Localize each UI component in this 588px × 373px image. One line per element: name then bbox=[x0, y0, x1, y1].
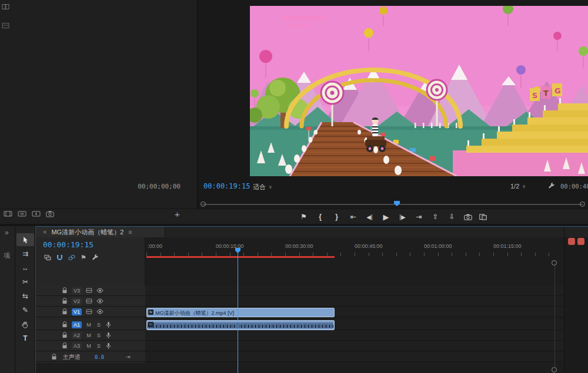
track-target-badge[interactable]: V1 bbox=[72, 308, 82, 315]
timeline-tab-title: MG清新小动画（蜡笔）2 bbox=[51, 228, 123, 237]
scrub-zoom-handle-right[interactable] bbox=[580, 201, 585, 207]
zoom-level-dropdown[interactable]: 适合 ∨ bbox=[253, 183, 272, 191]
mute-button[interactable]: M bbox=[86, 322, 92, 328]
program-timecode[interactable]: 00:00:19:15 bbox=[203, 182, 250, 190]
step-forward-icon[interactable]: |▶ bbox=[398, 214, 407, 220]
solo-button[interactable]: S bbox=[96, 343, 102, 349]
drag-audio-icon[interactable] bbox=[18, 210, 26, 217]
vertical-scroll-handle-top[interactable] bbox=[552, 260, 557, 266]
mute-button[interactable]: M bbox=[86, 343, 92, 349]
hand-tool[interactable] bbox=[16, 318, 34, 331]
track-target-badge[interactable]: A1 bbox=[72, 321, 82, 328]
sync-lock-icon[interactable] bbox=[86, 287, 92, 294]
vertical-scrollbar-track[interactable] bbox=[554, 266, 555, 367]
timeline-timecode[interactable]: 00:00:19:15 bbox=[43, 240, 93, 249]
timeline-settings-wrench-icon[interactable] bbox=[92, 254, 99, 261]
track-lane-v2[interactable] bbox=[145, 296, 564, 307]
scrub-zoom-handle-left[interactable] bbox=[201, 201, 206, 207]
snap-magnet-icon[interactable] bbox=[56, 254, 63, 261]
track-output-eye-icon[interactable] bbox=[96, 288, 103, 293]
timeline-playhead-line[interactable] bbox=[238, 253, 238, 373]
track-target-badge[interactable]: V3 bbox=[72, 287, 82, 294]
sync-lock-icon[interactable] bbox=[86, 298, 92, 304]
playback-resolution-dropdown[interactable]: 1/2 ∨ bbox=[510, 183, 526, 190]
track-lane-a3[interactable] bbox=[145, 341, 564, 351]
collapsed-panel-icon[interactable] bbox=[2, 22, 9, 29]
mark-in-icon[interactable]: { bbox=[316, 213, 325, 221]
audio-clip[interactable]: fx bbox=[146, 320, 335, 330]
timeline-ruler[interactable]: :00:00 00:00:15:00 00:00:30:00 00:00:45:… bbox=[145, 237, 564, 258]
track-lane-master[interactable] bbox=[145, 352, 564, 362]
export-frame-icon[interactable] bbox=[464, 214, 472, 220]
track-lane-v3[interactable] bbox=[145, 285, 564, 296]
comparison-view-icon[interactable] bbox=[479, 214, 487, 220]
track-row-v2: V2 bbox=[36, 296, 564, 307]
mute-button[interactable]: M bbox=[86, 332, 92, 338]
audio-waveform-dense bbox=[148, 325, 333, 328]
track-target-badge[interactable]: V2 bbox=[72, 298, 82, 305]
track-lane-a2[interactable] bbox=[145, 330, 564, 341]
collapsed-tab-project[interactable]: 项 bbox=[4, 251, 10, 260]
linked-selection-icon[interactable] bbox=[68, 254, 75, 261]
type-tool[interactable]: T bbox=[16, 332, 34, 345]
expand-panel-chevrons[interactable]: » bbox=[5, 228, 9, 237]
play-button[interactable]: ▶ bbox=[382, 213, 391, 221]
go-to-out-icon[interactable]: ⇥ bbox=[415, 213, 424, 221]
insert-icon[interactable] bbox=[32, 210, 41, 217]
audio-meter-peak bbox=[577, 238, 584, 245]
voiceover-mic-icon[interactable] bbox=[106, 332, 111, 339]
solo-button[interactable]: S bbox=[96, 332, 102, 338]
selection-tool[interactable] bbox=[16, 233, 34, 246]
source-timecode[interactable]: 00;00;00;00 bbox=[137, 183, 181, 190]
panel-menu-icon[interactable]: ≡ bbox=[128, 228, 132, 236]
lift-icon[interactable]: ⇧ bbox=[431, 213, 440, 221]
solo-button[interactable]: S bbox=[96, 322, 102, 328]
track-lock-icon[interactable] bbox=[62, 308, 68, 315]
panel-divider-vertical[interactable] bbox=[197, 0, 198, 224]
track-row-master: 主声道 0.0 ⇥ bbox=[36, 352, 564, 362]
track-output-eye-icon[interactable] bbox=[96, 298, 103, 304]
watermark-text: 專業學習資訊分享 bbox=[283, 15, 325, 21]
sync-lock-icon[interactable] bbox=[86, 308, 92, 315]
mark-out-icon[interactable]: } bbox=[332, 213, 342, 221]
add-marker-icon[interactable]: ⚑ bbox=[81, 254, 86, 261]
collapsed-panel-icon[interactable] bbox=[2, 4, 9, 10]
button-editor-plus[interactable]: + bbox=[175, 210, 180, 219]
nest-sequence-icon[interactable] bbox=[44, 254, 51, 261]
watermark-text-2: 990562320 bbox=[286, 23, 310, 28]
ruler-label: 00:01:00:00 bbox=[424, 243, 452, 249]
program-scrub-bar[interactable] bbox=[202, 204, 583, 205]
add-marker-icon[interactable]: ⚑ bbox=[299, 213, 309, 221]
pen-tool[interactable]: ✎ bbox=[16, 304, 34, 317]
track-lock-icon[interactable] bbox=[62, 321, 68, 328]
track-output-eye-icon[interactable] bbox=[96, 309, 103, 314]
track-lock-icon[interactable] bbox=[62, 298, 68, 304]
export-frame-icon[interactable] bbox=[46, 210, 54, 217]
ripple-edit-tool[interactable]: ↔ bbox=[16, 261, 34, 274]
go-to-in-icon[interactable]: ⇤ bbox=[349, 213, 358, 221]
voiceover-mic-icon[interactable] bbox=[106, 321, 111, 328]
keyframe-navigator-icon[interactable]: ⇥ bbox=[125, 354, 130, 360]
slip-tool[interactable]: ⇆ bbox=[16, 290, 34, 303]
master-level-value[interactable]: 0.0 bbox=[95, 354, 104, 360]
track-lock-icon[interactable] bbox=[62, 342, 68, 349]
voiceover-mic-icon[interactable] bbox=[106, 342, 111, 350]
track-lock-icon[interactable] bbox=[62, 332, 68, 338]
track-target-badge[interactable]: A3 bbox=[72, 342, 82, 350]
track-select-forward-tool[interactable]: ⇉ bbox=[16, 247, 34, 260]
vertical-scroll-handle-bottom[interactable] bbox=[552, 367, 557, 372]
track-lock-icon[interactable] bbox=[62, 287, 68, 294]
track-row-a3: A3 M S bbox=[36, 341, 564, 351]
drag-video-icon[interactable] bbox=[4, 210, 12, 217]
transport-controls: ⚑ { } ⇤ ◀| ▶ |▶ ⇥ ⇧ ⇩ bbox=[198, 209, 588, 224]
settings-wrench-icon[interactable] bbox=[548, 182, 555, 189]
track-lock-icon[interactable] bbox=[51, 354, 57, 360]
program-video-frame[interactable]: S T G bbox=[250, 6, 588, 176]
close-tab-icon[interactable]: × bbox=[43, 228, 46, 236]
timeline-tab[interactable]: × MG清新小动画（蜡笔）2 ≡ bbox=[36, 227, 165, 237]
razor-tool[interactable]: ✂ bbox=[16, 275, 34, 288]
step-back-icon[interactable]: ◀| bbox=[365, 214, 375, 220]
track-target-badge[interactable]: A2 bbox=[72, 332, 82, 339]
extract-icon[interactable]: ⇩ bbox=[447, 213, 457, 221]
video-clip[interactable]: fx MG清新小动画（蜡笔）2.mp4 [V] bbox=[146, 308, 335, 317]
